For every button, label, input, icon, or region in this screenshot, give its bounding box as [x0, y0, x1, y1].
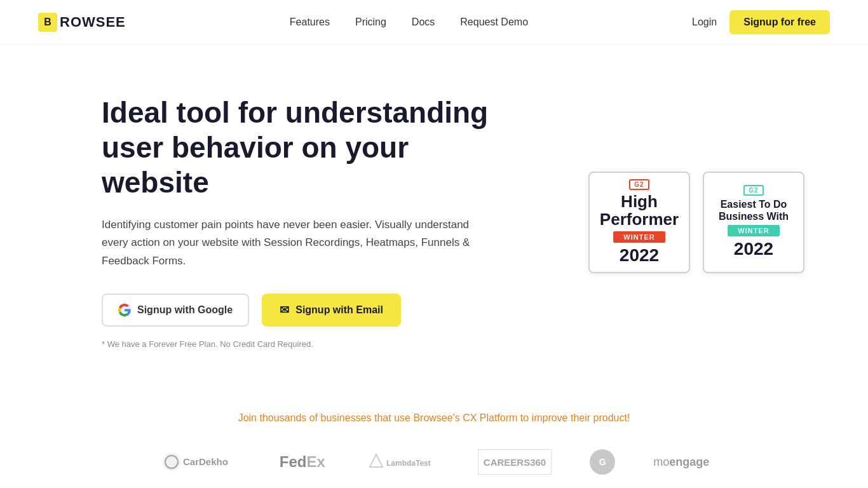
- logo-cardekho: CarDekho: [159, 449, 241, 475]
- logo-careers360: CAREERS360: [478, 449, 552, 475]
- logo-moengage: moengage: [653, 449, 709, 475]
- lambdatest-svg: LambdaTest: [363, 449, 440, 475]
- google-icon: [118, 304, 131, 316]
- nav-docs[interactable]: Docs: [412, 17, 435, 28]
- svg-text:CarDekho: CarDekho: [183, 456, 228, 467]
- badge-easiest-business: G2 Easiest To Do Business With WINTER 20…: [703, 172, 804, 273]
- signup-email-button[interactable]: ✉ Signup with Email: [262, 294, 401, 327]
- login-button[interactable]: Login: [692, 17, 717, 28]
- hero-badges: G2 High Performer WINTER 2022 G2 Easiest…: [588, 172, 804, 273]
- nav-features[interactable]: Features: [290, 17, 330, 28]
- svg-marker-3: [370, 454, 383, 467]
- svg-text:LambdaTest: LambdaTest: [386, 459, 431, 468]
- hero-content: Ideal tool for understanding user behavi…: [102, 95, 515, 349]
- nav-request-demo[interactable]: Request Demo: [460, 17, 528, 28]
- badge1-year: 2022: [620, 245, 659, 266]
- badge1-ribbon: WINTER: [613, 231, 665, 243]
- nav-actions: Login Signup for free: [692, 10, 830, 34]
- cardekho-svg: CarDekho: [159, 449, 241, 475]
- badge2-year: 2022: [734, 239, 773, 259]
- hero-note: * We have a Forever Free Plan. No Credit…: [102, 339, 515, 349]
- social-title: Join thousands of businesses that use Br…: [38, 412, 830, 424]
- hero-title: Ideal tool for understanding user behavi…: [102, 95, 515, 201]
- navbar: B ROWSEE Features Pricing Docs Request D…: [0, 0, 868, 44]
- badge2-ribbon: WINTER: [728, 225, 779, 236]
- logo-link[interactable]: B ROWSEE: [38, 13, 126, 32]
- logo-lambdatest: LambdaTest: [363, 449, 440, 475]
- logo-goali: G: [590, 449, 615, 475]
- logo-icon: B: [38, 13, 57, 32]
- logo-text: ROWSEE: [60, 14, 126, 30]
- signup-email-label: Signup with Email: [295, 304, 383, 316]
- badge2-title: Easiest To Do Business With: [712, 198, 796, 222]
- nav-pricing[interactable]: Pricing: [355, 17, 386, 28]
- badge-high-performer: G2 High Performer WINTER 2022: [588, 172, 690, 273]
- logos-row-1: CarDekho FedEx LambdaTest CAREERS360 G m…: [38, 449, 830, 475]
- signup-google-label: Signup with Google: [137, 304, 233, 316]
- social-proof-section: Join thousands of businesses that use Br…: [0, 387, 868, 488]
- g2-tag-2: G2: [743, 185, 763, 196]
- badge1-title: High Performer: [597, 193, 681, 229]
- email-icon: ✉: [280, 303, 289, 317]
- hero-buttons: Signup with Google ✉ Signup with Email: [102, 294, 515, 327]
- g2-tag-1: G2: [629, 179, 649, 190]
- nav-links: Features Pricing Docs Request Demo: [290, 17, 528, 28]
- signup-free-button[interactable]: Signup for free: [729, 10, 830, 34]
- signup-google-button[interactable]: Signup with Google: [102, 294, 249, 327]
- logo-fedex: FedEx: [280, 449, 325, 475]
- hero-description: Identifying customer pain points have ne…: [102, 216, 470, 271]
- hero-section: Ideal tool for understanding user behavi…: [0, 44, 868, 387]
